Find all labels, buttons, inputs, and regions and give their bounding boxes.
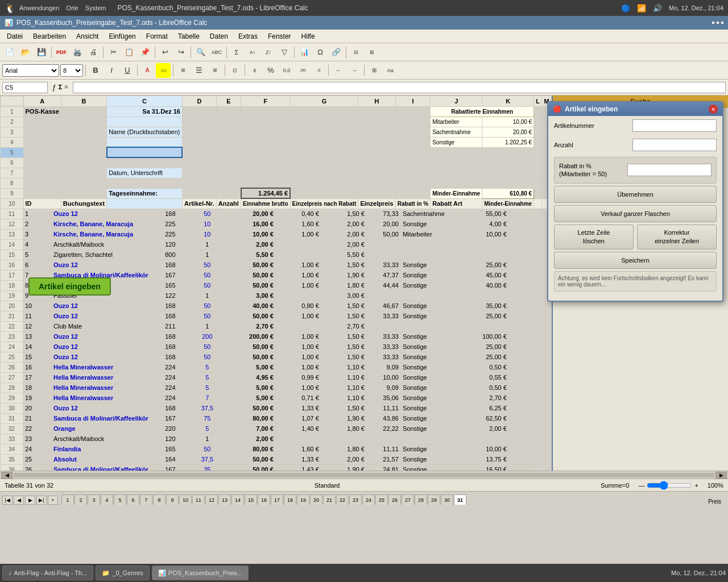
letzte-zeile-button[interactable]: Letzte Zeilelöschen [554,225,634,250]
cell-rabatt-pct[interactable]: 11,11 [366,444,400,454]
cell-minder-einnahme[interactable] [457,239,508,250]
cell-m[interactable] [526,464,530,471]
cell-einnahme[interactable]: 5,50 € [224,250,275,260]
sheet-tab-14[interactable]: 14 [231,494,244,505]
cell-buchungstext[interactable]: Arschkalt/Maibock [52,434,151,444]
cell-d4[interactable] [182,137,216,147]
cell-id[interactable]: 11 [23,311,52,321]
cell-einnahme[interactable]: 5,00 € [224,393,275,403]
cell-minder-einnahme[interactable]: 2,00 € [457,423,508,434]
cell-buchungstext[interactable]: Arschkalt/Maibock [52,239,151,250]
cell-g3[interactable] [290,127,358,137]
cell-artikel-nr[interactable]: 168 [150,209,190,219]
col-header-i[interactable]: I [395,96,430,107]
cell-einzelpreis-rabatt[interactable] [275,321,321,331]
cell-einnahme[interactable]: 50,00 € [224,280,275,290]
cell-a2[interactable] [23,117,61,127]
cell-rabatt-pct[interactable]: 50,00 [366,229,400,239]
cell-einnahme[interactable]: 80,00 € [224,413,275,423]
cell-l[interactable] [508,423,526,434]
sheet-nav-first[interactable]: |◀ [2,496,13,505]
cell-i4[interactable] [395,137,430,147]
cell-einzelpreis-rabatt[interactable]: 1,00 € [275,311,321,321]
cell-artikel-nr[interactable]: 224 [150,393,190,403]
sheet-tab-24[interactable]: 24 [362,494,375,505]
cell-artikel-nr[interactable]: 168 [150,301,190,311]
cell-einzelpreis[interactable]: 1,50 € [321,352,366,362]
cell-einzelpreis[interactable]: 1,50 € [321,209,366,219]
cell-anzahl[interactable]: 10 [190,219,224,229]
sheet-tab-1[interactable]: 1 [61,494,74,505]
sheet-tab-20[interactable]: 20 [310,494,322,505]
cell-artikel-nr[interactable]: 168 [150,331,190,342]
sheet-tab-29[interactable]: 29 [428,494,440,505]
col-header-h[interactable]: H [358,96,395,107]
cell-rabatt-art[interactable]: Sonstige [400,342,457,352]
cell-c5[interactable] [107,147,183,157]
sheet-tab-7[interactable]: 7 [140,494,152,505]
sheet-tab-9[interactable]: 9 [166,494,179,505]
cell-minder-einnahme[interactable]: 25,00 € [457,311,508,321]
cell-m[interactable] [526,372,530,383]
cell-einzelpreis-rabatt[interactable]: 1,33 € [275,454,321,464]
cell-c10[interactable] [107,198,183,209]
cell-artikel-nr[interactable]: 167 [150,270,190,280]
cell-einnahme[interactable]: 16,00 € [224,219,275,229]
cell-rabatt-pct[interactable]: 21,57 [366,454,400,464]
cell-minder-einnahme[interactable]: 16,50 € [457,464,508,471]
sheet-tab-21[interactable]: 21 [323,494,336,505]
scroll-track[interactable] [14,473,714,477]
cell-rabatt-pct[interactable] [366,290,400,301]
cell-artikel-nr[interactable]: 225 [150,219,190,229]
cell-l6[interactable] [534,157,542,168]
cell-i3[interactable] [395,127,430,137]
cell-rabatt-art[interactable]: Sonstige [400,352,457,362]
cell-m[interactable] [526,444,530,454]
cell-id[interactable]: 10 [23,301,52,311]
cell-einzelpreis-rabatt[interactable]: 1,00 € [275,260,321,270]
sheet-tab-12[interactable]: 12 [205,494,218,505]
cell-einzelpreis[interactable]: 1,10 € [321,383,366,393]
cell-m[interactable] [526,209,530,219]
cell-artikel-nr[interactable]: 120 [150,239,190,250]
cell-einnahme[interactable]: 50,00 € [224,260,275,270]
cell-einzelpreis[interactable]: 3,00 € [321,290,366,301]
cell-rabatt-art[interactable]: Mitarbeiter [400,229,457,239]
cell-m[interactable] [526,270,530,280]
cell-rabatt-art[interactable]: Sachentnahme [400,209,457,219]
cell-m[interactable] [526,423,530,434]
cell-buchungstext[interactable]: Ouzo 12 [52,352,151,362]
cell-artikel-nr[interactable]: 167 [150,464,190,471]
cell-b5[interactable] [61,147,106,157]
cell-b3[interactable] [61,127,106,137]
cell-buchungstext[interactable]: Ouzo 12 [52,342,151,352]
cell-buchungstext[interactable]: Orange [52,423,151,434]
cell-artikel-nr[interactable]: 224 [150,383,190,393]
cell-einzelpreis-rabatt[interactable] [275,434,321,444]
cell-anzahl[interactable]: 5 [190,372,224,383]
korrektur-button[interactable]: Korrektureinzelner Zeilen [637,225,717,250]
currency-button[interactable]: € [247,63,262,78]
special-char-button[interactable]: Ω [313,45,328,60]
cell-minder-einnahme[interactable]: 0,50 € [457,383,508,393]
sheet-tab-25[interactable]: 25 [375,494,388,505]
col-header-j[interactable]: J [431,96,482,107]
cell-rabatt-art[interactable] [400,290,457,301]
cell-buchungstext[interactable]: Ouzo 12 [52,301,151,311]
cell-einzelpreis[interactable]: 1,80 € [321,423,366,434]
cell-einzelpreis[interactable]: 2,00 € [321,239,366,250]
paste-button[interactable]: 📌 [138,45,152,60]
cell-id[interactable]: 12 [23,321,52,331]
cell-c3[interactable]: Name (Druckbuchstaben) [107,127,183,137]
cell-k7[interactable] [482,168,534,178]
col-header-a[interactable]: A [23,96,61,107]
new-button[interactable]: 📄 [2,45,17,60]
bold-button[interactable]: B [88,63,103,78]
cell-rabatt-pct[interactable]: 47,37 [366,270,400,280]
cell-rabatt-art[interactable]: Sonstige [400,423,457,434]
merge-button[interactable]: ⊡ [228,63,242,78]
sheet-tab-26[interactable]: 26 [388,494,401,505]
cell-rabatt-art[interactable]: Sonstige [400,403,457,413]
cell-m[interactable] [526,393,530,403]
cell-g9[interactable] [290,188,358,198]
